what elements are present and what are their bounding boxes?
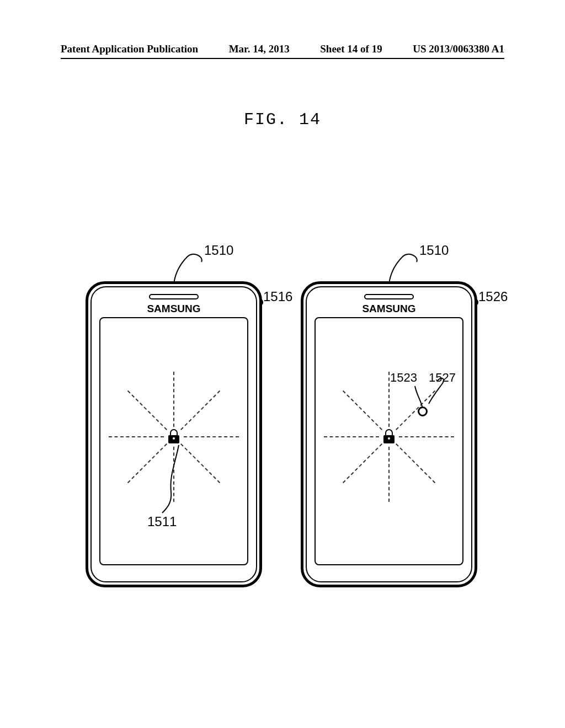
lock-icon-left <box>168 430 179 443</box>
phone-body-left: SAMSUNG <box>86 281 262 587</box>
phones-container: 1510 1516 SAMSUNG <box>86 281 477 587</box>
figure-label: FIG. 14 <box>244 110 321 129</box>
ref-1523: 1523 <box>390 371 417 385</box>
touch-point-icon <box>418 406 428 416</box>
phone-body-right: SAMSUNG <box>301 281 477 587</box>
speaker-icon-right <box>364 294 414 299</box>
ref-1510-right: 1510 <box>419 243 449 258</box>
leader-1511 <box>156 442 189 514</box>
brand-label-left: SAMSUNG <box>147 303 200 315</box>
header-divider <box>61 58 504 59</box>
sheet-number: Sheet 14 of 19 <box>320 43 382 55</box>
publication-number: US 2013/0063380 A1 <box>413 43 504 55</box>
brand-label-right: SAMSUNG <box>362 303 415 315</box>
screen-right: 1523 1527 <box>315 317 463 565</box>
ref-1511: 1511 <box>147 514 177 529</box>
ref-1516: 1516 <box>263 289 292 304</box>
ref-1527: 1527 <box>429 371 456 385</box>
phone-right: 1510 1526 SAMSUNG <box>301 281 477 587</box>
ref-1510-left: 1510 <box>204 243 233 258</box>
screen-left: 1511 <box>99 317 248 565</box>
phone-left: 1510 1516 SAMSUNG <box>86 281 262 587</box>
publication-type: Patent Application Publication <box>61 43 198 55</box>
speaker-icon <box>149 294 199 299</box>
publication-date: Mar. 14, 2013 <box>229 43 290 55</box>
patent-header: Patent Application Publication Mar. 14, … <box>61 43 504 55</box>
lock-icon-right <box>383 430 395 443</box>
ref-1526: 1526 <box>478 289 508 304</box>
